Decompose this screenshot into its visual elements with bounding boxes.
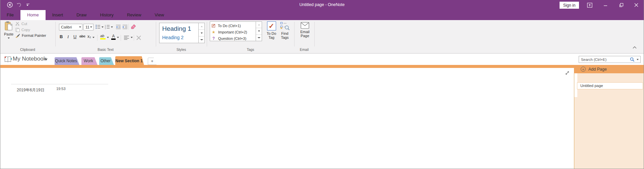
ribbon-display-options-icon[interactable] [586,2,593,8]
add-page-button[interactable]: + Add Page [574,65,644,73]
decrease-indent-button[interactable] [116,24,121,29]
styles-gallery[interactable]: Heading 1 Heading 2 [159,23,199,43]
numbering-caret[interactable] [111,26,113,28]
copy-button[interactable]: Copy [15,27,30,32]
basic-text-group-label: Basic Text [55,48,156,52]
tags-more-icon[interactable] [256,35,262,41]
group-separator [55,22,56,47]
email-page-button[interactable]: Email Page [298,21,312,38]
close-button[interactable] [633,2,640,8]
page-date-stamp[interactable]: 2019年6月19日 [17,87,45,93]
ribbon-tab-history[interactable]: History [93,10,120,20]
search-scope-caret[interactable] [637,59,639,60]
collapse-ribbon-icon[interactable] [633,46,637,49]
email-group-label: Email [294,48,314,52]
email-page-label: Email Page [298,30,312,38]
delete-button[interactable] [136,35,141,40]
bullets-caret[interactable] [102,26,104,28]
tag-item[interactable]: To Do (Ctrl+1) [210,22,256,29]
bold-button[interactable]: B [60,34,63,41]
ribbon-tab-bar: FileHomeInsertDrawHistoryReviewView [0,10,644,20]
ribbon-tab-insert[interactable]: Insert [46,10,70,20]
restore-button[interactable] [618,2,625,8]
font-size-caret[interactable] [90,26,92,28]
font-size-combobox[interactable]: 11 [83,24,93,30]
bullets-button[interactable] [95,24,101,29]
styles-group-label: Styles [156,48,207,52]
section-tab-quick-notes[interactable]: Quick Notes [55,57,79,65]
font-color-button[interactable]: A [111,34,116,41]
highlight-caret[interactable] [107,37,109,38]
expand-page-icon[interactable] [565,71,570,75]
separator [121,35,121,41]
tag-item-label: To Do (Ctrl+1) [218,24,241,28]
minimize-button[interactable] [602,2,609,8]
notebook-name[interactable]: My Notebook [13,56,46,62]
todo-tag-button[interactable]: ✓ To Do Tag [265,21,278,39]
clear-formatting-eraser-icon[interactable] [131,24,136,29]
section-tab-new-section-1[interactable]: New Section 1 [115,56,145,68]
styles-scroll-up-icon[interactable] [199,23,204,30]
todo-tag-icon: ✓ [267,21,276,30]
format-painter-icon [15,33,20,38]
clipboard-group-label: Clipboard [0,48,55,52]
ribbon-tab-review[interactable]: Review [120,10,148,20]
separator [97,35,98,41]
subscript-button[interactable]: x₂ [87,34,91,41]
styles-more-icon[interactable] [199,36,204,43]
sign-in-button[interactable]: Sign in [560,2,579,9]
ribbon-tab-view[interactable]: View [148,10,171,20]
font-color-caret[interactable] [117,37,119,38]
notebook-dropdown-caret[interactable] [45,59,48,60]
tags-scroll-down-icon[interactable] [256,28,262,34]
page-time-stamp[interactable]: 19:53 [56,87,66,91]
copy-label: Copy [21,28,30,32]
copy-icon [15,28,20,32]
italic-button[interactable]: I [67,34,69,41]
find-tags-button[interactable]: ★ Find Tags [279,21,291,39]
page-list: Untitled page [577,80,643,89]
ribbon-tab-file[interactable]: File [0,10,20,20]
font-name-value: Calibri [61,25,72,29]
paste-dropdown-caret[interactable] [8,37,10,39]
search-icon[interactable] [630,57,635,62]
increase-indent-button[interactable] [122,24,128,29]
subscript-caret[interactable] [92,37,94,38]
style-heading-2[interactable]: Heading 2 [159,33,198,41]
paste-button[interactable]: Paste [3,21,15,39]
font-color-bar [111,38,116,40]
add-page-plus-icon: + [581,67,586,72]
underline-button[interactable]: U [73,34,76,41]
find-tags-label: Find Tags [278,31,292,39]
font-name-combobox[interactable]: Calibri [59,24,82,30]
tags-gallery[interactable]: To Do (Ctrl+1)★Important (Ctrl+2)?Questi… [210,21,256,41]
tag-item[interactable]: ?Question (Ctrl+3) [210,35,256,41]
style-heading-1[interactable]: Heading 1 [159,23,198,33]
strikethrough-button[interactable]: abc [79,34,85,41]
font-color-label: A [112,34,115,38]
ribbon-tab-draw[interactable]: Draw [70,10,93,20]
tags-scroll-up-icon[interactable] [256,22,262,28]
title-bar: Untitled page - OneNote Sign in [0,0,644,10]
format-painter-button[interactable]: Format Painter [15,33,46,38]
tag-item[interactable]: ★Important (Ctrl+2) [210,29,256,35]
alignment-caret[interactable] [131,37,133,38]
paragraph-alignment-button[interactable] [124,35,129,40]
cut-button[interactable]: Cut [15,21,27,26]
styles-scroll-down-icon[interactable] [199,30,204,36]
paste-label: Paste [4,32,13,36]
highlight-button[interactable]: ab [100,34,106,41]
group-separator [156,22,156,47]
ribbon-tab-home[interactable]: Home [20,10,46,20]
styles-scroll-buttons [198,23,205,43]
font-name-caret[interactable] [79,26,81,28]
cut-label: Cut [21,22,27,26]
find-tags-icon: ★ [280,21,289,30]
page-list-item[interactable]: Untitled page [577,82,643,89]
numbering-button[interactable]: 123 [105,24,110,29]
svg-text:3: 3 [105,28,106,29]
search-box[interactable]: Search (Ctrl+E) [579,56,641,63]
group-separator [294,22,295,47]
separator [128,24,129,30]
group-separator [314,22,315,47]
